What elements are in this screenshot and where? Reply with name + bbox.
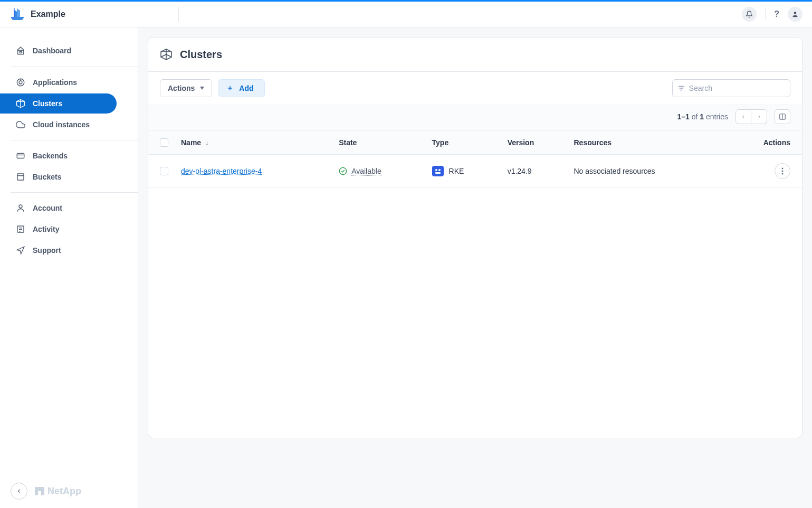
svg-rect-18	[38, 487, 41, 491]
add-button[interactable]: Add	[218, 79, 264, 97]
activity-icon	[16, 224, 25, 234]
sidebar-item-dashboard[interactable]: Dashboard	[0, 40, 138, 61]
clusters-header-icon	[160, 48, 173, 61]
version-text: v1.24.9	[508, 167, 532, 175]
support-icon	[16, 246, 25, 255]
svg-point-28	[438, 169, 441, 171]
column-resources[interactable]: Resources	[568, 131, 726, 155]
actions-dropdown[interactable]: Actions	[160, 79, 212, 97]
column-state[interactable]: State	[332, 131, 425, 155]
sidebar-label: Clusters	[33, 99, 62, 108]
sidebar: Dashboard Applications Clusters	[0, 27, 138, 508]
svg-point-26	[339, 167, 346, 174]
sidebar-item-support[interactable]: Support	[0, 240, 138, 260]
sidebar-label: Buckets	[33, 173, 61, 181]
clusters-icon	[16, 99, 25, 108]
column-name[interactable]: Name ↓	[175, 131, 332, 155]
header-separator	[178, 7, 179, 22]
collapse-sidebar-button[interactable]	[11, 483, 27, 500]
sort-down-icon: ↓	[205, 139, 208, 147]
sidebar-label: Activity	[33, 225, 60, 233]
caret-down-icon	[200, 87, 204, 90]
user-avatar[interactable]	[788, 7, 803, 22]
svg-point-31	[782, 171, 784, 172]
svg-point-32	[782, 173, 784, 175]
nav-separator	[11, 67, 138, 67]
columns-icon	[779, 113, 786, 120]
svg-rect-2	[18, 50, 24, 54]
brand-logo[interactable]: Example	[9, 7, 65, 21]
nav-separator	[11, 192, 138, 193]
column-type[interactable]: Type	[426, 131, 501, 155]
column-version[interactable]: Version	[501, 131, 568, 155]
plus-icon	[226, 84, 234, 92]
top-header: Example ?	[0, 2, 812, 27]
sidebar-label: Applications	[33, 78, 77, 87]
table-row: dev-ol-astra-enterprise-4 Available	[148, 155, 802, 188]
main-content: Clusters Actions Add	[138, 27, 812, 508]
resources-text: No associated resources	[574, 167, 655, 175]
pagination-total: 1	[700, 112, 704, 121]
nav-separator	[11, 140, 138, 140]
sidebar-label: Account	[33, 204, 62, 212]
state-text: Available	[351, 167, 381, 176]
type-text: RKE	[449, 167, 464, 175]
search-box[interactable]	[672, 79, 790, 97]
svg-point-30	[782, 168, 784, 170]
sidebar-item-activity[interactable]: Activity	[0, 219, 138, 239]
clusters-table: Name ↓ State Type Version Resources Acti…	[148, 130, 802, 188]
sidebar-item-buckets[interactable]: Buckets	[0, 167, 138, 187]
page-title: Clusters	[180, 49, 222, 61]
pagination-of: of	[692, 112, 698, 121]
svg-rect-3	[20, 52, 22, 53]
netapp-text: NetApp	[47, 486, 81, 497]
svg-point-11	[19, 205, 22, 208]
column-toggle-button[interactable]	[775, 109, 790, 124]
help-button[interactable]: ?	[774, 10, 779, 19]
notifications-button[interactable]	[742, 7, 757, 22]
search-input[interactable]	[689, 84, 785, 92]
rke-type-icon	[432, 166, 444, 176]
pagination-summary: 1–1 of 1 entries	[677, 112, 728, 121]
backends-icon	[16, 151, 25, 161]
row-actions-button[interactable]	[775, 163, 790, 179]
sidebar-item-backends[interactable]: Backends	[0, 146, 138, 166]
user-icon	[791, 11, 799, 18]
check-circle-icon	[339, 167, 347, 175]
next-page-button[interactable]	[751, 109, 767, 124]
svg-rect-16	[35, 487, 38, 495]
sidebar-label: Cloud instances	[33, 120, 90, 129]
svg-rect-17	[41, 487, 44, 495]
prev-page-button[interactable]	[735, 109, 751, 124]
column-actions: Actions	[726, 131, 802, 155]
cloud-icon	[16, 120, 25, 129]
sidebar-item-clusters[interactable]: Clusters	[0, 93, 117, 114]
sidebar-label: Dashboard	[33, 46, 71, 55]
clusters-card: Clusters Actions Add	[148, 37, 803, 438]
header-divider	[765, 9, 766, 20]
buckets-icon	[16, 172, 25, 182]
bell-icon	[746, 11, 753, 18]
svg-rect-29	[435, 172, 441, 174]
row-checkbox[interactable]	[160, 167, 168, 175]
svg-point-1	[794, 12, 797, 14]
sidebar-item-applications[interactable]: Applications	[0, 72, 138, 92]
sidebar-item-cloud-instances[interactable]: Cloud instances	[0, 115, 138, 135]
svg-point-5	[19, 81, 22, 84]
ship-logo-icon	[9, 7, 25, 21]
sidebar-label: Support	[33, 246, 61, 255]
sidebar-item-account[interactable]: Account	[0, 198, 138, 218]
filter-icon	[678, 85, 685, 91]
sidebar-label: Backends	[33, 152, 68, 160]
pagination-entries: entries	[706, 112, 728, 121]
chevron-left-icon	[741, 114, 746, 119]
cluster-name-link[interactable]: dev-ol-astra-enterprise-4	[181, 167, 262, 175]
pagination-range: 1–1	[677, 112, 689, 121]
select-all-checkbox[interactable]	[160, 138, 168, 147]
svg-rect-7	[17, 154, 24, 158]
brand-title: Example	[31, 10, 65, 19]
netapp-logo-icon	[35, 487, 44, 495]
account-icon	[16, 203, 25, 213]
chevron-left-icon	[16, 488, 22, 494]
add-label: Add	[239, 84, 253, 92]
